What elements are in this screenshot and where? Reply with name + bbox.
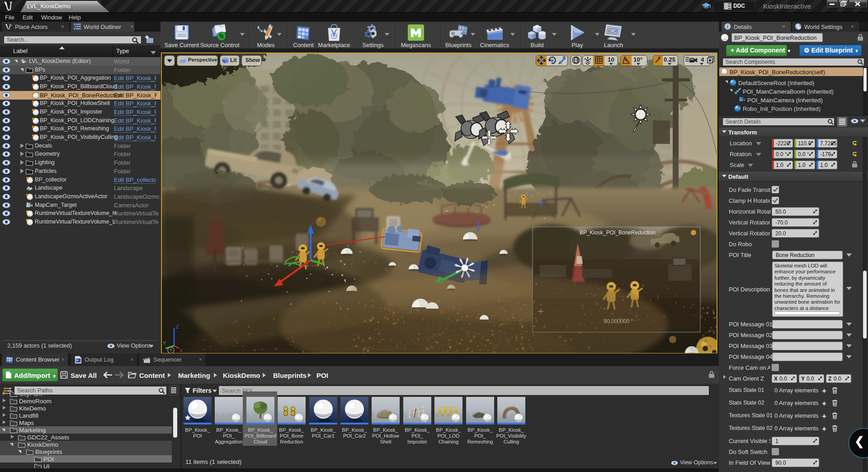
svg-text:i: i: [727, 24, 728, 29]
